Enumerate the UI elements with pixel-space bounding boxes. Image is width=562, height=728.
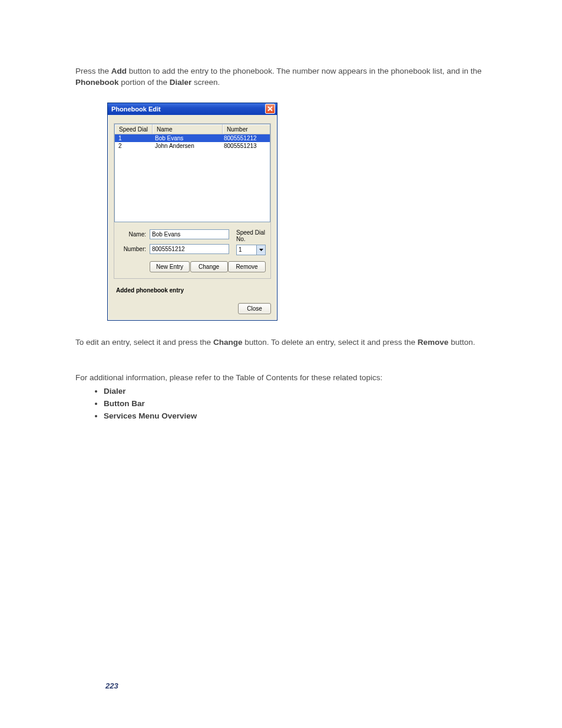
col-name[interactable]: Name (153, 124, 223, 134)
number-field[interactable] (150, 244, 229, 254)
window-title: Phonebook Edit (111, 106, 161, 113)
col-number[interactable]: Number (223, 124, 270, 134)
remove-button[interactable]: Remove (228, 261, 266, 272)
change-button[interactable]: Change (190, 261, 228, 272)
phonebook-list[interactable]: Speed Dial Name Number 1 Bob Evans 80055… (114, 124, 270, 222)
number-label: Number: (119, 246, 146, 252)
related-topics-list: Dialer Button Bar Services Menu Overview (75, 387, 491, 420)
phonebook-edit-dialog: Phonebook Edit Speed Dial Name Number 1 (107, 103, 277, 321)
list-header: Speed Dial Name Number (115, 124, 270, 134)
intro-paragraph: Press the Add button to add the entry to… (75, 66, 491, 88)
speed-dial-label: Speed Dial No. (236, 229, 266, 242)
col-speed-dial[interactable]: Speed Dial (115, 124, 153, 134)
speed-dial-select[interactable]: 1 (236, 245, 266, 255)
name-label: Name: (119, 231, 146, 238)
chevron-down-icon[interactable] (256, 245, 265, 255)
close-button[interactable]: Close (238, 303, 271, 314)
table-row[interactable]: 1 Bob Evans 8005551212 (115, 134, 270, 142)
titlebar: Phonebook Edit (108, 103, 277, 115)
page-number: 223 (105, 681, 118, 690)
list-item: Dialer (104, 387, 491, 396)
new-entry-button[interactable]: New Entry (150, 261, 190, 272)
name-field[interactable] (150, 229, 229, 239)
table-row[interactable]: 2 John Andersen 8005551213 (115, 142, 270, 150)
list-item: Services Menu Overview (104, 411, 491, 420)
status-message: Added phonebook entry (114, 279, 271, 296)
additional-info: For additional information, please refer… (75, 373, 491, 382)
edit-delete-paragraph: To edit an entry, select it and press th… (75, 337, 491, 348)
list-item: Button Bar (104, 399, 491, 408)
close-icon[interactable] (265, 104, 275, 114)
